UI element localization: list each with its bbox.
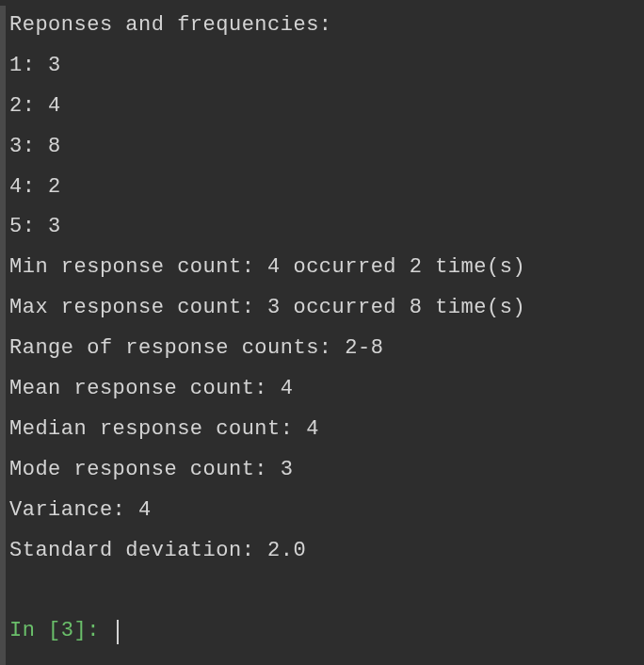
max-line: Max response count: 3 occurred 8 time(s) [9, 288, 644, 329]
freq-val: 8 [48, 135, 61, 158]
freq-key: 3 [9, 135, 23, 158]
freq-val: 4 [48, 94, 61, 118]
variance-line: Variance: 4 [9, 491, 644, 531]
mean-line: Mean response count: 4 [9, 369, 644, 410]
freq-val: 3 [48, 54, 61, 77]
median-line: Median response count: 4 [9, 410, 644, 450]
freq-key: 1 [9, 54, 23, 77]
terminal-content: Reponses and frequencies: 1: 3 2: 4 3: 8… [6, 6, 644, 665]
freq-key: 4 [9, 175, 23, 199]
freq-row-3: 3: 8 [9, 127, 644, 168]
blank-line [9, 571, 644, 611]
prompt-text: In [3]: [9, 611, 113, 652]
mode-line: Mode response count: 3 [9, 450, 644, 491]
range-line: Range of response counts: 2-8 [9, 329, 644, 369]
freq-val: 3 [48, 215, 61, 238]
freq-row-1: 1: 3 [9, 46, 644, 87]
freq-row-5: 5: 3 [9, 207, 644, 248]
min-line: Min response count: 4 occurred 2 time(s) [9, 248, 644, 288]
freq-key: 5 [9, 215, 23, 238]
freq-key: 2 [9, 94, 23, 118]
freq-row-4: 4: 2 [9, 168, 644, 208]
stddev-line: Standard deviation: 2.0 [9, 531, 644, 572]
output-header: Reponses and frequencies: [9, 6, 644, 46]
freq-row-2: 2: 4 [9, 87, 644, 127]
prompt-line[interactable]: In [3]: [9, 611, 644, 652]
freq-val: 2 [48, 175, 61, 199]
cursor [117, 620, 119, 644]
